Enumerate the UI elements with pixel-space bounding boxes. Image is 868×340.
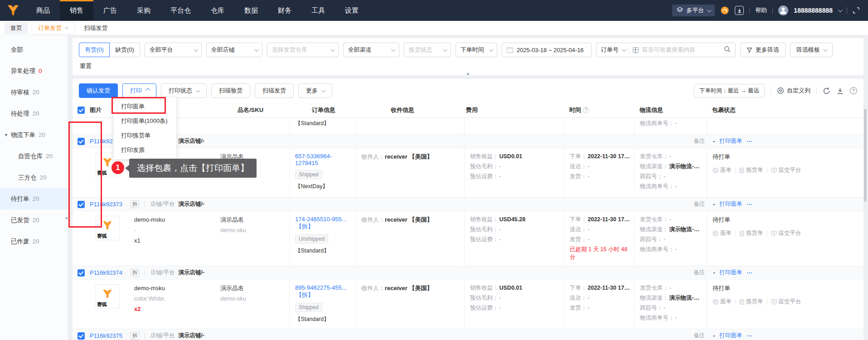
- print-menu-item-打印发票[interactable]: 打印发票: [114, 143, 176, 157]
- nav-item-采购[interactable]: 采购: [127, 0, 160, 21]
- platform-order-link[interactable]: 895-9462275-455...: [295, 284, 346, 291]
- sidebar-item-自营仓库[interactable]: 自营仓库20: [0, 146, 68, 167]
- field-value: -: [499, 294, 501, 302]
- more-order-actions-icon[interactable]: [747, 201, 753, 208]
- filter-in-stock[interactable]: 有货(0): [79, 43, 110, 57]
- account-phone[interactable]: 18888888888: [794, 7, 833, 14]
- print-menu-item-打印面单[interactable]: 打印面单: [114, 99, 176, 114]
- row-checkbox[interactable]: [78, 269, 85, 277]
- time-type-select[interactable]: 下单时间: [456, 43, 497, 57]
- waybill-action[interactable]: 面单: [713, 229, 732, 237]
- sidebar-item-已作废[interactable]: 已作废20: [0, 231, 68, 252]
- nav-item-工具[interactable]: 工具: [301, 0, 335, 21]
- confirm-ship-button[interactable]: 确认发货: [79, 83, 118, 98]
- tab-订单发货[interactable]: 订单发货: [32, 22, 75, 34]
- picklist-action[interactable]: 拣货单: [739, 298, 763, 306]
- platform-select[interactable]: 全部平台: [145, 43, 202, 57]
- nav-item-财务[interactable]: 财务: [268, 0, 301, 21]
- scan-check-button[interactable]: 扫描验货: [211, 83, 250, 98]
- help-link[interactable]: 帮助: [755, 6, 767, 15]
- print-status-button[interactable]: 打印状态: [161, 83, 207, 98]
- avatar[interactable]: [778, 5, 788, 15]
- print-menu-item-打印面单(1000条)[interactable]: 打印面单(1000条): [114, 114, 176, 128]
- nav-item-广告[interactable]: 广告: [93, 0, 127, 21]
- chevron-down-icon[interactable]: [838, 8, 843, 12]
- refresh-icon[interactable]: [823, 87, 830, 95]
- more-order-actions-icon[interactable]: [747, 138, 753, 145]
- search-icon[interactable]: [724, 46, 731, 54]
- order-number-link[interactable]: P116k92375: [90, 332, 131, 339]
- select-all-checkbox[interactable]: [78, 107, 85, 114]
- more-order-actions-icon[interactable]: [747, 333, 753, 339]
- date-range-picker[interactable]: 2025-03-18 ~ 2025-04-16: [502, 43, 592, 57]
- nav-item-数据[interactable]: 数据: [234, 0, 268, 21]
- platform-switcher[interactable]: 多平台: [672, 5, 715, 16]
- nav-item-商品[interactable]: 商品: [26, 0, 60, 21]
- custom-columns-button[interactable]: 自定义列: [777, 87, 810, 95]
- picking-status-select[interactable]: 拣货状态: [404, 43, 451, 57]
- picklist-action[interactable]: 拣货单: [739, 229, 763, 237]
- support-icon[interactable]: [720, 6, 729, 15]
- platform-order-link[interactable]: 657-5336964-1278415: [295, 153, 332, 166]
- shop-select[interactable]: 全部店铺: [206, 43, 262, 57]
- sidebar-item-待审核[interactable]: 待审核20: [0, 82, 68, 103]
- nav-item-销售[interactable]: 销售: [60, 0, 93, 21]
- expand-arrow-icon[interactable]: [4, 133, 8, 137]
- row-checkbox[interactable]: [78, 332, 85, 340]
- picklist-action[interactable]: 拣货单: [739, 166, 763, 174]
- sidebar-item-物流下单[interactable]: 物流下单20: [0, 124, 68, 146]
- row-checkbox[interactable]: [78, 138, 85, 145]
- waybill-action[interactable]: 面单: [713, 298, 732, 306]
- app-logo-fox-icon[interactable]: [6, 5, 20, 17]
- download-client-icon[interactable]: [735, 6, 744, 15]
- more-button[interactable]: 更多: [298, 83, 332, 98]
- sort-order-pill[interactable]: 下单时间：最近 → 最远: [694, 84, 765, 97]
- sidebar-collapse-icon[interactable]: [65, 215, 68, 221]
- more-filters-button[interactable]: 更多筛选: [740, 43, 786, 57]
- row-checkbox[interactable]: [78, 201, 85, 208]
- submit-platform-action[interactable]: 提交平台: [771, 166, 801, 174]
- scan-ship-button[interactable]: 扫描发货: [255, 83, 294, 98]
- help-icon[interactable]: [850, 87, 857, 94]
- sidebar-item-异常处理[interactable]: 异常处理0: [0, 60, 68, 82]
- sidebar-item-全部[interactable]: 全部: [0, 39, 68, 60]
- submit-platform-action[interactable]: 提交平台: [771, 229, 801, 237]
- time-help-icon[interactable]: [583, 107, 589, 113]
- sidebar-item-待打单[interactable]: 待打单20: [0, 188, 68, 209]
- print-waybill-link[interactable]: 打印面单: [720, 137, 742, 145]
- order-number-link[interactable]: P116k92373: [90, 201, 131, 208]
- vertical-scrollbar[interactable]: [864, 109, 867, 202]
- search-input[interactable]: 双击可批量搜索内容: [642, 46, 720, 54]
- tab-首页[interactable]: 首页: [5, 22, 28, 34]
- print-menu-item-打印拣货单[interactable]: 打印拣货单: [114, 128, 176, 143]
- submit-platform-action[interactable]: 提交平台: [771, 298, 801, 306]
- product-image[interactable]: 赛狐: [95, 284, 120, 309]
- sidebar-item-已发货[interactable]: 已发货20: [0, 209, 68, 231]
- order-number-link[interactable]: P116k92374: [90, 269, 131, 276]
- collapse-filter-icon[interactable]: [456, 71, 480, 76]
- sidebar-item-待处理[interactable]: 待处理20: [0, 103, 68, 124]
- reset-button[interactable]: 重置: [80, 63, 92, 69]
- filter-template-button[interactable]: 筛选模板: [790, 43, 833, 57]
- nav-item-平台仓[interactable]: 平台仓: [160, 0, 201, 21]
- print-button[interactable]: 打印: [122, 83, 156, 98]
- print-waybill-link[interactable]: 打印面单: [720, 332, 742, 340]
- more-order-actions-icon[interactable]: [747, 270, 753, 276]
- fullscreen-icon[interactable]: [853, 7, 860, 14]
- export-icon[interactable]: [836, 87, 844, 95]
- remark-value: -: [713, 138, 715, 145]
- waybill-action[interactable]: 面单: [713, 166, 732, 174]
- platform-order-link[interactable]: 174-2465510-955...: [295, 216, 346, 223]
- search-type-select[interactable]: 订单号: [601, 46, 625, 54]
- print-waybill-link[interactable]: 打印面单: [720, 269, 742, 277]
- nav-item-设置[interactable]: 设置: [335, 0, 369, 21]
- nav-item-仓库[interactable]: 仓库: [201, 0, 234, 21]
- tab-扫描发货[interactable]: 扫描发货: [78, 22, 114, 34]
- product-image[interactable]: 赛狐: [95, 216, 120, 240]
- close-tab-icon[interactable]: [65, 24, 68, 31]
- filter-out-of-stock[interactable]: 缺货(0): [110, 43, 140, 57]
- warehouse-select[interactable]: 选择发货仓库: [267, 43, 339, 57]
- sidebar-item-三方仓[interactable]: 三方仓20: [0, 167, 68, 188]
- channel-select[interactable]: 全部渠道: [343, 43, 399, 57]
- print-waybill-link[interactable]: 打印面单: [720, 200, 742, 208]
